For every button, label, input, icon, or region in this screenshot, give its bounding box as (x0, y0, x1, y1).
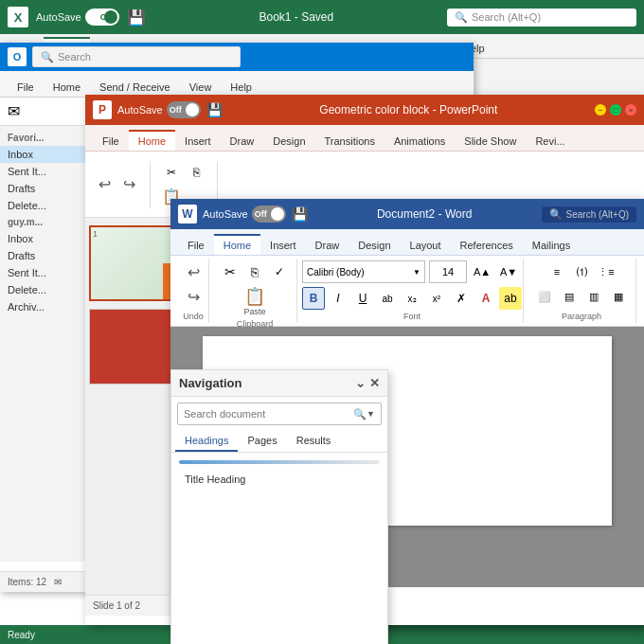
outlook-ribbon-tabs: File Home Send / Receive View Help (0, 71, 474, 98)
nav-close-icon[interactable]: ✕ (369, 376, 380, 390)
ppt-tab-animations[interactable]: Animations (385, 132, 455, 151)
word-superscript-btn[interactable]: x² (425, 287, 448, 310)
outlook-tab-home[interactable]: Home (44, 78, 90, 97)
ppt-tab-insert[interactable]: Insert (175, 132, 221, 151)
word-tab-file[interactable]: File (178, 236, 214, 255)
nav-search-input[interactable] (184, 408, 353, 420)
word-save-icon[interactable]: 💾 (292, 206, 308, 222)
word-undo-label: Undo (183, 312, 204, 321)
word-ribbon: ↩ ↪ Undo ✂ ⎘ ✓ 📋Paste Clipboard Calibri … (170, 256, 644, 327)
word-autosave-toggle[interactable]: Off (252, 206, 286, 223)
word-numbered-list-btn[interactable]: ⑴ (570, 260, 593, 283)
word-highlight-btn[interactable]: ab (499, 287, 522, 310)
word-font-shrink-btn[interactable]: A▼ (497, 260, 520, 283)
word-multi-level-btn[interactable]: ⋮≡ (595, 260, 617, 283)
ppt-minimize-btn[interactable]: − (595, 104, 606, 116)
excel-search-placeholder: Search (Alt+Q) (472, 11, 541, 23)
word-clear-format-btn[interactable]: ✗ (450, 287, 473, 310)
word-copy-btn[interactable]: ⎘ (243, 260, 266, 283)
excel-search-box[interactable]: 🔍 Search (Alt+Q) (447, 9, 636, 27)
word-italic-btn[interactable]: I (327, 287, 349, 310)
ppt-window-controls: − □ × (595, 104, 636, 116)
word-tab-references[interactable]: References (451, 236, 523, 255)
word-tab-design[interactable]: Design (349, 236, 400, 255)
outlook-new-email-icon[interactable]: ✉ (4, 100, 24, 122)
ppt-ribbon-tabs: File Home Insert Draw Design Transitions… (85, 125, 644, 152)
ppt-tab-slideshow[interactable]: Slide Show (455, 132, 526, 151)
ppt-title: Geometric color block - PowerPoint (228, 103, 589, 116)
word-clipboard-top-btns: ✂ ⎘ ✓ (219, 260, 291, 283)
ppt-autosave-container: AutoSave Off (117, 101, 201, 118)
word-underline-btn[interactable]: U (351, 287, 374, 310)
word-strikethrough-btn[interactable]: ab (376, 287, 399, 310)
excel-toggle-circle (104, 10, 117, 24)
word-align-left-btn[interactable]: ⬜ (533, 285, 556, 308)
word-undo-group: ↩ ↪ Undo (178, 259, 209, 323)
nav-tab-headings[interactable]: Headings (175, 431, 238, 452)
excel-autosave-container: AutoSave On (36, 9, 119, 26)
outlook-tab-help[interactable]: Help (221, 78, 261, 97)
nav-search-container[interactable]: 🔍 ▼ (177, 402, 382, 425)
word-font-grow-btn[interactable]: A▲ (471, 260, 493, 283)
excel-autosave-toggle[interactable]: On (85, 9, 119, 26)
outlook-tab-file[interactable]: File (8, 78, 44, 97)
word-justify-btn[interactable]: ▦ (607, 285, 630, 308)
ppt-save-icon[interactable]: 💾 (206, 102, 223, 117)
ppt-undo-btn[interactable]: ↩ (93, 173, 116, 196)
ppt-redo-btn[interactable]: ↪ (117, 173, 140, 196)
outlook-icon: O (8, 47, 27, 66)
word-bullet-list-btn[interactable]: ≡ (546, 260, 568, 283)
ppt-maximize-btn[interactable]: □ (610, 104, 621, 116)
ppt-autosave-toggle[interactable]: Off (167, 101, 201, 118)
word-align-right-btn[interactable]: ▥ (582, 285, 605, 308)
word-search-box[interactable]: 🔍 Search (Alt+Q) (542, 206, 636, 223)
word-tab-insert[interactable]: Insert (260, 236, 306, 255)
word-paste-btn[interactable]: 📋Paste (238, 285, 272, 317)
word-tab-layout[interactable]: Layout (401, 236, 451, 255)
ppt-tab-draw[interactable]: Draw (221, 132, 264, 151)
ppt-tab-transitions[interactable]: Transitions (315, 132, 385, 151)
word-tab-draw[interactable]: Draw (306, 236, 349, 255)
nav-heading-item-1[interactable]: Title Heading (179, 470, 380, 489)
word-cut-btn[interactable]: ✂ (219, 260, 242, 283)
word-para-btns1: ≡ ⑴ ⋮≡ (546, 260, 617, 283)
word-autosave-container: AutoSave Off (203, 206, 286, 223)
word-undo-btn[interactable]: ↩ (182, 260, 205, 283)
ppt-autosave-label: AutoSave (117, 104, 163, 116)
ppt-tab-review[interactable]: Revi... (526, 132, 574, 151)
word-font-selector[interactable]: Calibri (Body) ▼ (302, 260, 425, 283)
navigation-panel: Navigation ⌄ ✕ 🔍 ▼ Headings Pages Result… (170, 369, 388, 644)
nav-tab-results[interactable]: Results (287, 431, 341, 452)
outlook-tab-sendreceive[interactable]: Send / Receive (90, 78, 180, 97)
excel-icon: X (8, 7, 28, 27)
ppt-tab-design[interactable]: Design (263, 132, 314, 151)
ppt-copy-btn[interactable]: ⎘ (185, 161, 207, 184)
word-redo-btn[interactable]: ↪ (182, 285, 205, 308)
nav-search-dropdown-icon[interactable]: ▼ (367, 409, 375, 419)
nav-search-icon[interactable]: 🔍 (353, 408, 367, 420)
word-font-size-selector[interactable]: 14 (429, 260, 467, 283)
nav-chevron-icon[interactable]: ⌄ (355, 376, 366, 390)
word-font-dropdown-icon[interactable]: ▼ (413, 268, 420, 277)
word-align-center-btn[interactable]: ▤ (558, 285, 581, 308)
word-format-painter-btn[interactable]: ✓ (268, 260, 291, 283)
word-bold-btn[interactable]: B (302, 287, 325, 310)
ppt-close-btn[interactable]: × (625, 104, 636, 116)
word-tab-mailings[interactable]: Mailings (523, 236, 580, 255)
nav-header: Navigation ⌄ ✕ (171, 370, 387, 397)
ppt-cut-btn[interactable]: ✂ (160, 161, 183, 184)
outlook-tab-view[interactable]: View (180, 78, 222, 97)
outlook-items-count: Items: 12 (8, 577, 46, 587)
nav-tab-pages[interactable]: Pages (238, 431, 286, 452)
excel-status: Ready (8, 630, 35, 640)
ppt-tab-file[interactable]: File (93, 132, 129, 151)
outlook-search-box[interactable]: 🔍 Search (32, 46, 241, 67)
word-font-color-btn[interactable]: A (474, 287, 497, 310)
word-paragraph-label: Paragraph (562, 312, 601, 321)
excel-titlebar: X AutoSave On 💾 Book1 - Saved 🔍 Search (… (0, 0, 644, 34)
word-subscript-btn[interactable]: x₂ (401, 287, 423, 310)
word-tab-home[interactable]: Home (214, 234, 260, 255)
nav-title: Navigation (179, 376, 242, 390)
ppt-tab-home[interactable]: Home (129, 130, 175, 151)
excel-save-icon[interactable]: 💾 (127, 9, 146, 27)
